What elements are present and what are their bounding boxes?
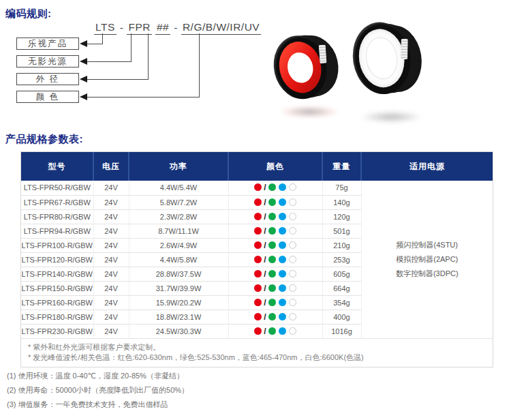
voltage-cell: 24V: [93, 238, 129, 252]
code-segment-series: FPR: [127, 21, 152, 35]
voltage-cell: 24V: [93, 295, 129, 310]
header-weight: 重量: [322, 152, 361, 181]
red-dot-icon: [254, 270, 262, 278]
model-cell: LTS-FPR100-R/GBW: [21, 238, 93, 252]
color-options-cell: /: [228, 224, 322, 238]
color-options-cell: /: [228, 267, 322, 281]
blue-dot-icon: [279, 270, 286, 278]
power-cell: 18.8W/23.1W: [129, 310, 228, 324]
slash-separator: /: [264, 241, 266, 250]
slash-separator: /: [264, 269, 266, 279]
red-dot-icon: [254, 284, 262, 292]
model-cell: LTS-FPR160-R/GBW: [21, 295, 93, 310]
color-options-cell: /: [228, 252, 322, 267]
weight-cell: 253g: [322, 252, 361, 267]
label-box-brand: 乐视产品: [16, 38, 79, 50]
weight-cell: 1016g: [322, 324, 361, 338]
voltage-cell: 24V: [93, 267, 129, 281]
header-power: 功率: [129, 152, 228, 181]
white-dot-icon: [289, 241, 296, 249]
footnote: (3) 增值服务：一年免费技术支持，免费出借样品: [7, 397, 189, 412]
power-cell: 4.4W/5.8W: [129, 252, 228, 267]
slash-separator: /: [264, 298, 266, 308]
color-options-cell: /: [228, 281, 322, 295]
color-options-cell: /: [228, 195, 322, 209]
color-options-cell: /: [228, 209, 322, 224]
white-dot-icon: [289, 256, 296, 263]
power-supply-option: 模拟控制器(2APC): [362, 252, 493, 267]
spec-table: 型号 电压 功率 颜色 重量 适用电源 LTS-FPR50-R/GBW 24V …: [21, 152, 493, 339]
voltage-cell: 24V: [93, 281, 129, 295]
red-dot-icon: [254, 183, 262, 191]
blue-dot-icon: [279, 183, 286, 191]
weight-cell: 605g: [322, 267, 361, 281]
red-dot-icon: [254, 327, 262, 335]
color-options-cell: /: [228, 310, 322, 324]
green-dot-icon: [268, 213, 276, 220]
white-dot-icon: [289, 284, 296, 292]
connector-line: [86, 61, 131, 62]
red-dot-icon: [254, 213, 262, 220]
header-model: 型号: [21, 152, 93, 181]
code-separator: -: [174, 22, 178, 35]
voltage-cell: 24V: [93, 252, 129, 267]
label-box-outer-diameter: 外 径: [16, 73, 79, 85]
red-dot-icon: [254, 198, 262, 206]
connector-line: [86, 97, 200, 97]
connector-line: [86, 79, 149, 80]
spec-table-container: 型号 电压 功率 颜色 重量 适用电源 LTS-FPR50-R/GBW 24V …: [20, 151, 493, 368]
white-ring-light-photo: [347, 15, 437, 116]
color-options-cell: /: [228, 238, 322, 252]
arrow-left-icon: [80, 58, 87, 65]
connector-line: [102, 33, 103, 44]
color-options-cell: /: [228, 181, 322, 195]
connector-line: [148, 33, 149, 79]
white-dot-icon: [289, 183, 296, 191]
weight-cell: 400g: [322, 310, 361, 324]
code-segment-brand: LTS: [94, 21, 117, 35]
weight-cell: 501g: [322, 224, 361, 238]
red-dot-icon: [254, 256, 262, 263]
model-cell: LTS-FPR230-R/GBW: [21, 324, 93, 338]
blue-dot-icon: [279, 227, 286, 235]
header-color: 颜色: [228, 152, 322, 181]
blue-dot-icon: [279, 198, 286, 206]
label-box-light-type: 无影光源: [16, 55, 79, 68]
spec-table-title: 产品规格参数表:: [5, 133, 83, 146]
coding-rule-title: 编码规则:: [5, 7, 52, 20]
red-dot-icon: [254, 241, 262, 249]
model-cell: LTS-FPR80-R/GBW: [21, 209, 93, 224]
white-dot-icon: [289, 227, 296, 235]
product-sticker: [319, 45, 327, 64]
color-options-cell: /: [228, 295, 322, 310]
color-options-cell: /: [228, 324, 322, 338]
voltage-cell: 24V: [93, 181, 129, 195]
power-cell: 2.6W/4.9W: [129, 238, 228, 252]
power-cell: 2.3W/2.8W: [129, 209, 228, 224]
slash-separator: /: [264, 312, 266, 322]
power-cell: 15.9W/20.2W: [129, 295, 228, 310]
blue-dot-icon: [279, 256, 286, 263]
green-dot-icon: [268, 183, 276, 191]
arrow-left-icon: [80, 76, 87, 82]
connector-line: [131, 33, 131, 61]
white-dot-icon: [289, 327, 296, 335]
table-note: * 紫外和红外光源可根据客户要求定制。: [28, 342, 493, 352]
voltage-cell: 24V: [93, 209, 129, 224]
footnote: (2) 使用寿命：50000小时（亮度降低到出厂值的50%）: [7, 383, 189, 397]
voltage-cell: 24V: [93, 195, 129, 209]
green-dot-icon: [268, 256, 276, 263]
power-cell: 24.5W/30.3W: [129, 324, 228, 338]
connector-line: [199, 33, 200, 97]
blue-dot-icon: [279, 327, 286, 335]
slash-separator: /: [264, 255, 266, 265]
weight-cell: 140g: [322, 195, 361, 209]
green-dot-icon: [268, 198, 276, 206]
arrow-left-icon: [80, 93, 87, 100]
label-box-color: 颜 色: [16, 91, 79, 103]
white-dot-icon: [289, 299, 296, 306]
power-supply-option: 数字控制器(3DPC): [362, 267, 493, 281]
slash-separator: /: [264, 226, 266, 236]
slash-separator: /: [264, 327, 266, 336]
power-supply-cell: 频闪控制器(4STU)模拟控制器(2APC)数字控制器(3DPC): [361, 181, 493, 338]
